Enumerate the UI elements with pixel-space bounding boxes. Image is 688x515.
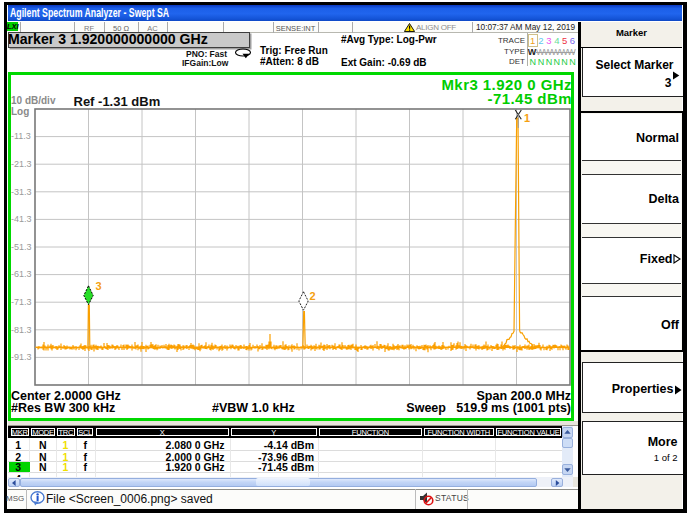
svg-text:1: 1 bbox=[524, 112, 530, 124]
svg-text:3: 3 bbox=[96, 280, 102, 292]
svg-text:2: 2 bbox=[310, 290, 316, 302]
